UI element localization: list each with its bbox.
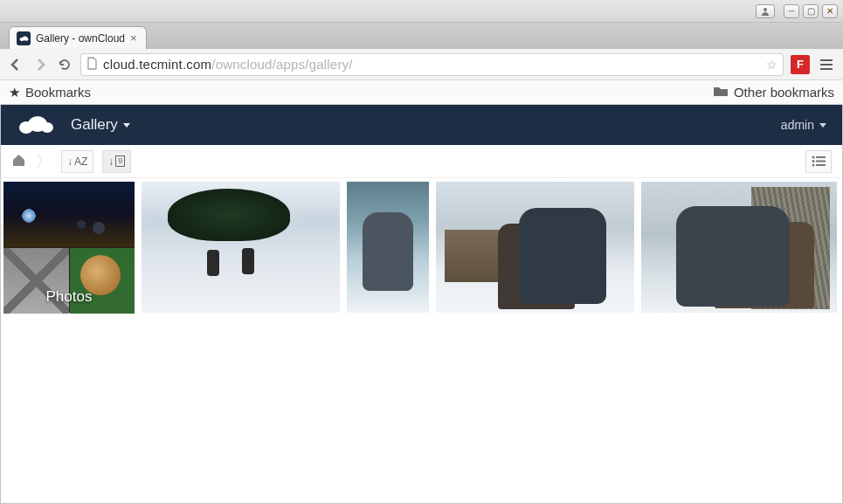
nav-back-button[interactable]: [7, 56, 24, 73]
caret-down-icon: [819, 123, 826, 128]
url-host: cloud.tecmint.com: [103, 57, 211, 72]
bookmarks-bar: ★ Bookmarks Other bookmarks: [0, 80, 843, 105]
os-titlebar: ─ ▢ ✕: [0, 0, 843, 23]
browser-menu-button[interactable]: [817, 55, 836, 74]
app-name: Gallery: [71, 116, 118, 134]
close-icon: ✕: [826, 6, 833, 16]
sort-date-button[interactable]: ↓ 9: [102, 150, 131, 173]
svg-point-6: [41, 122, 53, 133]
svg-point-9: [812, 160, 815, 162]
owncloud-header: Gallery admin: [1, 105, 842, 145]
list-icon: [812, 155, 826, 167]
album-photos[interactable]: Photos: [3, 182, 135, 313]
url-text: cloud.tecmint.com/owncloud/apps/gallery/: [103, 57, 353, 72]
os-minimize-button[interactable]: ─: [784, 4, 799, 18]
page-icon: [86, 57, 98, 72]
list-view-button[interactable]: [805, 150, 832, 173]
sort-arrow-icon: ↓: [108, 155, 114, 168]
svg-rect-10: [816, 161, 826, 162]
user-name: admin: [781, 118, 814, 132]
album-label: Photos: [3, 288, 135, 306]
gallery-toolbar: 〉 ↓AZ ↓ 9: [1, 145, 842, 178]
hamburger-icon: [819, 59, 833, 71]
user-menu[interactable]: admin: [781, 118, 826, 132]
gallery-photo[interactable]: [142, 182, 340, 313]
reload-icon: [58, 58, 72, 72]
owncloud-app: Gallery admin 〉 ↓AZ ↓ 9 Photos: [0, 105, 843, 504]
caret-down-icon: [123, 123, 130, 128]
sort-az-label: AZ: [74, 155, 87, 168]
bookmark-star-icon[interactable]: ☆: [766, 58, 777, 72]
gallery-grid: Photos: [1, 178, 842, 503]
sort-name-button[interactable]: ↓AZ: [61, 150, 93, 173]
bookmarks-label: Bookmarks: [25, 85, 91, 100]
arrow-left-icon: [9, 58, 23, 72]
other-bookmarks-button[interactable]: Other bookmarks: [713, 85, 834, 100]
browser-tab-strip: Gallery - ownCloud ×: [0, 23, 843, 49]
nav-reload-button[interactable]: [56, 56, 73, 73]
app-switcher[interactable]: Gallery: [71, 116, 130, 134]
os-maximize-button[interactable]: ▢: [803, 4, 819, 18]
person-icon: [760, 6, 770, 17]
gallery-photo[interactable]: [347, 182, 429, 313]
svg-rect-8: [816, 156, 826, 158]
nav-forward-button[interactable]: [31, 56, 49, 73]
url-path: /owncloud/apps/gallery/: [211, 57, 352, 72]
arrow-right-icon: [33, 58, 47, 72]
breadcrumb-separator-icon: 〉: [35, 149, 52, 173]
bookmarks-button[interactable]: ★ Bookmarks: [9, 85, 91, 100]
breadcrumb-home[interactable]: [11, 153, 26, 169]
owncloud-favicon-icon: [17, 31, 31, 45]
home-icon: [11, 153, 26, 167]
folder-icon: [713, 85, 729, 100]
os-user-button[interactable]: [756, 4, 775, 18]
minimize-icon: ─: [788, 6, 794, 16]
address-bar[interactable]: cloud.tecmint.com/owncloud/apps/gallery/…: [80, 53, 784, 76]
flipboard-extension-button[interactable]: F: [791, 55, 810, 74]
other-bookmarks-label: Other bookmarks: [734, 85, 834, 100]
tab-close-icon[interactable]: ×: [130, 31, 137, 45]
svg-point-11: [812, 164, 815, 167]
svg-point-3: [25, 38, 29, 41]
svg-point-7: [812, 156, 815, 159]
maximize-icon: ▢: [807, 6, 815, 16]
browser-toolbar: cloud.tecmint.com/owncloud/apps/gallery/…: [0, 49, 843, 80]
tab-title: Gallery - ownCloud: [36, 32, 125, 45]
gallery-photo[interactable]: [641, 182, 837, 313]
album-thumb: [3, 182, 135, 247]
owncloud-logo-icon[interactable]: [17, 114, 55, 137]
sort-arrow-icon: ↓: [67, 155, 73, 168]
calendar-icon: 9: [115, 155, 125, 167]
svg-rect-12: [816, 164, 826, 166]
svg-point-0: [764, 8, 767, 11]
browser-tab[interactable]: Gallery - ownCloud ×: [9, 26, 147, 49]
os-close-button[interactable]: ✕: [822, 4, 838, 18]
star-icon: ★: [9, 85, 20, 100]
flipboard-icon: F: [797, 58, 804, 71]
gallery-photo[interactable]: [436, 182, 634, 313]
